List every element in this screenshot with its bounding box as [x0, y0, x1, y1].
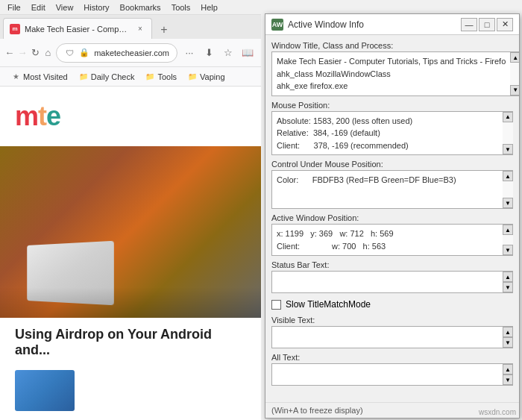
back-button[interactable]: ← — [4, 44, 14, 62]
window-title-scrollbar[interactable]: ▲ ▼ — [510, 51, 519, 96]
awi-app-icon: AW — [271, 19, 283, 31]
star-icon: ★ — [10, 72, 21, 82]
menu-help[interactable]: Help — [196, 2, 222, 13]
mte-header: mte — [0, 87, 261, 146]
bookmark-tools[interactable]: 📁 Tools — [140, 70, 181, 84]
second-article — [0, 364, 261, 417]
active-window-content: x: 1199 y: 369 w: 712 h: 569 Client: w: … — [271, 224, 503, 256]
awi-title-text: Active Window Info — [288, 19, 456, 30]
menu-view[interactable]: View — [51, 2, 78, 13]
visible-text-label: Visible Text: — [271, 316, 513, 325]
logo-e: e — [46, 101, 60, 131]
awi-body: Window Title, Class and Process: Make Te… — [265, 35, 519, 402]
slow-titlematch-row: Slow TitleMatchMode — [271, 298, 513, 311]
status-bar-textbox[interactable]: ▲ ▼ — [271, 271, 513, 293]
url-bar[interactable]: 🛡 🔒 maketecheasier.com — [56, 43, 177, 63]
active-window-label: Active Window Position: — [271, 213, 513, 222]
status-bar-content — [271, 271, 503, 293]
menu-bar: File Edit View History Bookmarks Tools H… — [0, 0, 261, 15]
control-section: Control Under Mouse Position: Color: FBD… — [271, 160, 513, 209]
control-label: Control Under Mouse Position: — [271, 160, 513, 169]
menu-history[interactable]: History — [79, 2, 113, 13]
page-content: mte Using Airdrop on Your Android and... — [0, 87, 261, 420]
control-scrollbar[interactable]: ▲ ▼ — [503, 170, 513, 209]
all-text-scrollbar[interactable]: ▲ ▼ — [503, 363, 513, 386]
vt-scroll-up-icon[interactable]: ▲ — [503, 327, 513, 337]
second-article-thumbnail — [15, 370, 75, 411]
visible-text-content — [271, 326, 503, 348]
shield-icon: 🛡 — [64, 48, 75, 58]
sb-scroll-down-icon[interactable]: ▼ — [503, 282, 513, 292]
awi-panel: AW Active Window Info — □ ✕ Window Title… — [265, 13, 520, 419]
mouse-scroll-down-icon[interactable]: ▼ — [503, 144, 513, 154]
menu-edit[interactable]: Edit — [27, 2, 50, 13]
mouse-position-scrollbar[interactable]: ▲ ▼ — [503, 111, 513, 156]
download-button[interactable]: ⬇ — [200, 44, 218, 62]
home-button[interactable]: ⌂ — [43, 44, 53, 62]
at-scroll-down-icon[interactable]: ▼ — [503, 374, 513, 385]
refresh-button[interactable]: ↻ — [31, 44, 40, 62]
aw-scroll-down-icon[interactable]: ▼ — [503, 245, 513, 255]
awi-titlebar: AW Active Window Info — □ ✕ — [265, 14, 519, 35]
url-text: maketecheasier.com — [94, 48, 169, 57]
window-title-label: Window Title, Class and Process: — [271, 41, 513, 50]
mouse-position-section: Mouse Position: Absolute: 1583, 200 (les… — [271, 101, 513, 156]
status-bar-label: Status Bar Text: — [271, 260, 513, 269]
mouse-position-content: Absolute: 1583, 200 (less often used) Re… — [271, 111, 503, 156]
sb-scroll-up-icon[interactable]: ▲ — [503, 272, 513, 282]
new-tab-button[interactable]: + — [155, 21, 173, 39]
more-button[interactable]: ··· — [180, 44, 198, 62]
awi-close-button[interactable]: ✕ — [497, 18, 513, 31]
control-scroll-up-icon[interactable]: ▲ — [503, 171, 513, 181]
vt-scroll-down-icon[interactable]: ▼ — [503, 337, 513, 348]
logo-m: m — [15, 101, 38, 131]
nav-bar: ← → ↻ ⌂ 🛡 🔒 maketecheasier.com ··· ⬇ ☆ 📖 — [0, 39, 261, 67]
mouse-position-label: Mouse Position: — [271, 101, 513, 110]
mte-logo: mte — [15, 101, 60, 132]
browser-window: File Edit View History Bookmarks Tools H… — [0, 0, 261, 420]
scroll-up-icon[interactable]: ▲ — [510, 52, 519, 63]
lock-icon: 🔒 — [79, 48, 89, 58]
visible-text-scrollbar[interactable]: ▲ ▼ — [503, 326, 513, 348]
awi-window-controls: — □ ✕ — [461, 18, 513, 31]
mouse-scroll-track — [503, 122, 513, 145]
menu-bookmarks[interactable]: Bookmarks — [116, 2, 166, 13]
mouse-position-textbox[interactable]: Absolute: 1583, 200 (less often used) Re… — [271, 111, 513, 156]
reader-button[interactable]: 📖 — [239, 44, 257, 62]
at-scroll-up-icon[interactable]: ▲ — [503, 364, 513, 374]
tab-close-button[interactable]: × — [135, 24, 145, 34]
forward-button[interactable]: → — [17, 44, 27, 62]
menu-file[interactable]: File — [3, 2, 25, 13]
bookmarks-bar: ★ Most Visited 📁 Daily Check 📁 Tools 📁 V… — [0, 67, 261, 87]
bookmark-daily-check[interactable]: 📁 Daily Check — [74, 70, 139, 84]
aw-scroll-track — [503, 235, 513, 245]
scroll-down-icon[interactable]: ▼ — [510, 85, 519, 95]
watermark: wsxdn.com — [479, 408, 516, 416]
visible-text-section: Visible Text: ▲ ▼ — [271, 316, 513, 348]
bookmark-button[interactable]: ☆ — [219, 44, 237, 62]
menu-tools[interactable]: Tools — [167, 2, 195, 13]
awi-maximize-button[interactable]: □ — [479, 18, 495, 31]
active-window-textbox[interactable]: x: 1199 y: 369 w: 712 h: 569 Client: w: … — [271, 224, 513, 256]
folder-icon: 📁 — [78, 72, 89, 82]
aw-scroll-up-icon[interactable]: ▲ — [503, 225, 513, 235]
control-content: Color: FBDFB3 (Red=FB Green=DF Blue=B3) — [271, 170, 503, 209]
visible-text-textbox[interactable]: ▲ ▼ — [271, 326, 513, 348]
control-textbox[interactable]: Color: FBDFB3 (Red=FB Green=DF Blue=B3) … — [271, 170, 513, 209]
tab-title: Make Tech Easier - Computer T... — [25, 25, 130, 34]
active-window-scrollbar[interactable]: ▲ ▼ — [503, 224, 513, 256]
logo-t: t — [38, 101, 46, 131]
control-scroll-down-icon[interactable]: ▼ — [503, 198, 513, 208]
awi-minimize-button[interactable]: — — [461, 18, 477, 31]
scroll-track — [510, 63, 519, 85]
bookmark-most-visited[interactable]: ★ Most Visited — [6, 70, 72, 84]
slow-titlematch-checkbox[interactable] — [271, 300, 281, 310]
status-bar-scrollbar[interactable]: ▲ ▼ — [503, 271, 513, 293]
bookmark-tools-label: Tools — [157, 72, 177, 81]
window-title-textbox[interactable]: Make Tech Easier - Computer Tutorials, T… — [271, 51, 513, 96]
all-text-textbox[interactable]: ▲ ▼ — [271, 363, 513, 386]
mouse-scroll-up-icon[interactable]: ▲ — [503, 112, 513, 122]
active-tab[interactable]: m Make Tech Easier - Computer T... × — [3, 18, 152, 39]
bookmark-vaping[interactable]: 📁 Vaping — [183, 70, 229, 84]
bookmark-daily-check-label: Daily Check — [91, 72, 135, 81]
